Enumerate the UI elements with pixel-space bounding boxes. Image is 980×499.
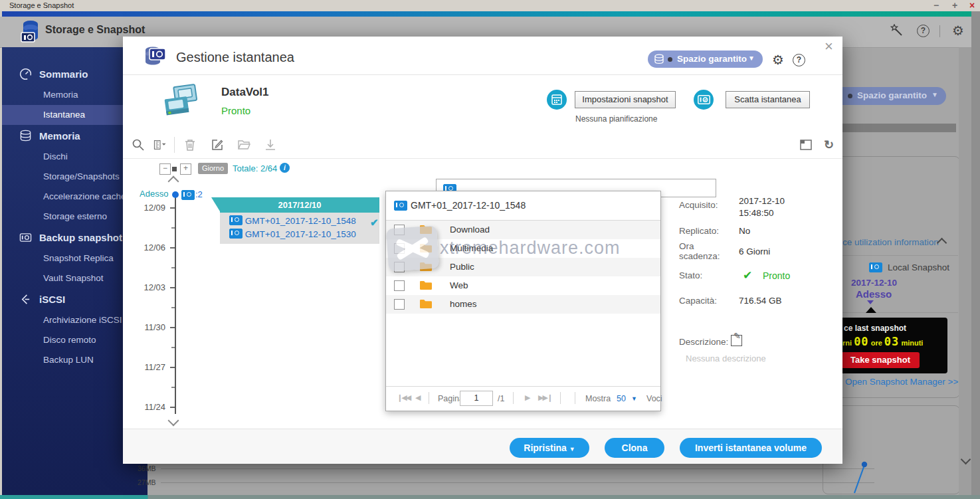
snapshot-file-panel: GMT+01_2017-12-10_1548 Download Multimed… xyxy=(385,191,661,411)
last-page-icon[interactable]: ▶▶❙ xyxy=(538,393,551,402)
sidebar-item-label: Dischi xyxy=(43,151,68,161)
iscsi-icon xyxy=(19,293,32,306)
timeline-date[interactable]: 12/06 xyxy=(135,243,165,252)
expiry-value: 6 Giorni xyxy=(739,247,770,256)
timeline-date[interactable]: 12/09 xyxy=(135,203,165,213)
settings-gear-icon[interactable]: ⚙ xyxy=(952,23,964,39)
info-icon[interactable]: i xyxy=(280,163,290,173)
timeline-date[interactable]: 11/24 xyxy=(135,402,165,412)
revert-volume-button[interactable]: Inverti istantanea volume xyxy=(680,438,822,458)
folder-row[interactable]: homes xyxy=(386,295,660,314)
zoom-out-button[interactable]: − xyxy=(159,163,171,175)
first-page-icon[interactable]: ❙◀◀ xyxy=(397,393,410,402)
timeline-date[interactable]: 11/27 xyxy=(135,362,165,372)
background-space-pill[interactable]: Spazio garantito ▼ xyxy=(831,87,946,105)
snapshot-camera-icon xyxy=(229,215,243,225)
wizard-wand-icon[interactable] xyxy=(890,24,904,37)
replicated-label: Replicato: xyxy=(679,226,735,236)
sidebar-item-label: Accelerazione cache xyxy=(43,191,126,201)
folder-open-icon[interactable] xyxy=(237,138,250,151)
gridline xyxy=(161,482,874,483)
timeline-date[interactable]: 11/30 xyxy=(135,322,165,332)
chevron-down-icon: ▼ xyxy=(569,446,575,452)
folder-row[interactable]: Web xyxy=(386,276,660,295)
chevron-down-icon: ▼ xyxy=(931,91,938,98)
restore-label: Ripristina xyxy=(524,443,567,453)
tooltip-pointer xyxy=(866,307,876,313)
folder-name: Download xyxy=(450,225,490,235)
divider xyxy=(560,392,561,404)
dialog-title-icon xyxy=(143,45,169,68)
folder-name: Web xyxy=(450,280,468,290)
delete-trash-icon[interactable] xyxy=(183,138,197,151)
snapshot-name: GMT+01_2017-12-10_1530 xyxy=(245,229,356,239)
page-input[interactable]: 1 xyxy=(460,391,493,406)
divider xyxy=(513,392,514,404)
clone-button[interactable]: Clona xyxy=(605,438,664,458)
window-title: Storage e Snapshot xyxy=(9,1,74,9)
checkbox[interactable] xyxy=(394,280,405,291)
database-icon xyxy=(654,54,664,64)
expiry-label: Ora scadenza: xyxy=(679,241,726,261)
search-icon[interactable] xyxy=(132,138,145,151)
edit-icon[interactable] xyxy=(211,138,224,151)
prev-page-icon[interactable]: ◀ xyxy=(415,393,419,402)
sidebar-item-label: Vault Snapshot xyxy=(43,273,104,283)
app-title: Storage e Snapshot xyxy=(45,24,145,36)
download-icon[interactable] xyxy=(264,138,277,151)
dialog-help-icon[interactable]: ? xyxy=(793,54,805,66)
status-dot xyxy=(668,57,672,62)
dialog-title: Gestione istantanea xyxy=(176,50,294,65)
dialog-close-icon[interactable]: × xyxy=(825,38,833,55)
timeline-scroll-up-icon[interactable] xyxy=(168,176,179,187)
chevron-down-icon[interactable]: ▼ xyxy=(631,395,637,402)
acquired-time: 15:48:50 xyxy=(739,208,774,218)
view-options-icon[interactable] xyxy=(153,138,167,151)
refresh-icon[interactable]: ↻ xyxy=(824,138,834,152)
panel-view-icon[interactable] xyxy=(799,138,813,151)
zoom-in-button[interactable]: + xyxy=(180,163,191,175)
sidebar-item-label: Snapshot Replica xyxy=(43,253,114,263)
sidebar-item-label: Storage esterno xyxy=(43,211,107,221)
local-snapshot-camera-icon xyxy=(869,262,882,274)
guaranteed-space-dropdown[interactable]: Spazio garantito ▼ xyxy=(648,50,763,68)
window-titlebar xyxy=(0,0,980,12)
checkbox[interactable] xyxy=(394,299,405,310)
description-empty: Nessuna descrizione xyxy=(686,353,766,363)
open-snapshot-manager-link[interactable]: Open Snapshot Manager >> xyxy=(845,377,958,387)
snapshot-name: GMT+01_2017-12-10_1548 xyxy=(245,216,356,226)
zoom-level-dot xyxy=(172,167,177,171)
timeline-now-label: Adesso xyxy=(140,189,168,199)
background-snap-date: 2017-12-10 xyxy=(851,278,897,288)
snapshot-settings-button[interactable]: Impostazioni snapshot xyxy=(575,91,676,108)
toolbar-divider xyxy=(174,137,175,153)
timeline-date[interactable]: 12/03 xyxy=(135,282,165,292)
minimize-button[interactable]: − xyxy=(929,0,943,11)
show-label: Mostra xyxy=(585,394,611,403)
snapshot-item[interactable]: GMT+01_2017-12-10_1530 xyxy=(229,228,356,241)
sidebar-group-label: Backup snapshot xyxy=(39,232,122,243)
since-text: ce last snapshot xyxy=(844,324,906,333)
local-snapshot-label: Local Snapshot xyxy=(888,262,949,272)
utilization-info-link[interactable]: ce utilization information xyxy=(842,237,939,247)
snapshot-item-selected[interactable]: GMT+01_2017-12-10_1548 ✔ xyxy=(229,215,356,228)
snapshot-camera-icon xyxy=(229,229,243,239)
page-size-dropdown[interactable]: 50 xyxy=(617,394,626,403)
close-window-button[interactable]: × xyxy=(965,0,979,11)
take-snapshot-button[interactable]: Take snapshot xyxy=(841,352,920,368)
help-icon[interactable]: ? xyxy=(917,25,930,37)
sidebar-group-label: Memoria xyxy=(39,130,80,142)
next-page-icon[interactable]: ▶ xyxy=(525,393,529,402)
sidebar-item-label: Storage/Snapshots xyxy=(43,171,120,181)
edit-description-icon[interactable] xyxy=(731,335,742,346)
take-snapshot-button-dialog[interactable]: Scatta istantanea xyxy=(726,91,810,108)
maximize-button[interactable]: + xyxy=(947,0,962,11)
window-right-edge xyxy=(971,11,980,495)
scrollbar-track[interactable] xyxy=(959,47,971,495)
snapshot-settings-gear-icon[interactable]: ⚙ xyxy=(772,52,784,68)
elapsed-time: rni 00 ore 03 minuti xyxy=(842,335,923,348)
timeline-scroll-down-icon[interactable] xyxy=(168,415,179,427)
card-date-header: 2017/12/10 xyxy=(220,197,379,213)
restore-button[interactable]: Ripristina ▼ xyxy=(510,438,589,458)
timeline-camera-icon xyxy=(181,189,195,201)
